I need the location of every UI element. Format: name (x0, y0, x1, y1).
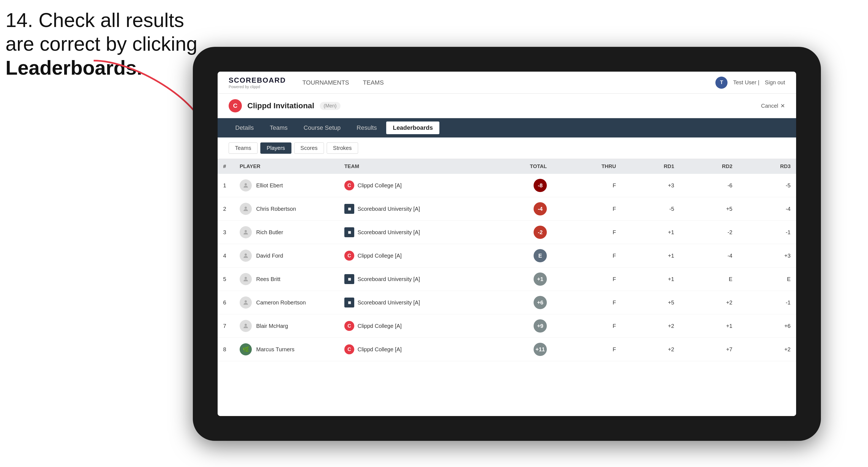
cell-rank: 2 (218, 197, 234, 221)
team-logo: ▦ (344, 298, 354, 308)
cell-rd1: +5 (621, 291, 680, 314)
table-row[interactable]: 3Rich Butler▦Scoreboard University [A]-2… (218, 221, 796, 244)
svg-point-4 (245, 253, 247, 256)
cell-rank: 7 (218, 314, 234, 338)
team-name: Scoreboard University [A] (358, 229, 420, 236)
cell-rd2: +5 (680, 197, 738, 221)
cell-rd2: E (680, 268, 738, 291)
tab-details[interactable]: Details (229, 122, 260, 134)
cell-player: Chris Robertson (234, 197, 339, 221)
svg-point-6 (245, 300, 247, 303)
team-logo: ▦ (344, 204, 354, 214)
table-row[interactable]: 7Blair McHargCClippd College [A]+9F+2+1+… (218, 314, 796, 338)
table-row[interactable]: 1Elliot EbertCClippd College [A]-8F+3-6-… (218, 174, 796, 197)
player-name: Rees Britt (256, 276, 280, 282)
cell-thru: F (552, 291, 621, 314)
tab-leaderboards[interactable]: Leaderboards (386, 122, 440, 134)
score-badge: +6 (534, 296, 547, 309)
team-logo: C (344, 344, 354, 354)
cell-team: ▦Scoreboard University [A] (339, 291, 476, 314)
cell-player: David Ford (234, 244, 339, 268)
cell-team: ▦Scoreboard University [A] (339, 268, 476, 291)
col-header-rd1: RD1 (621, 159, 680, 174)
table-row[interactable]: 2Chris Robertson▦Scoreboard University [… (218, 197, 796, 221)
tournament-name: Clippd Invitational (247, 101, 314, 110)
tournament-badge: (Men) (320, 102, 340, 110)
score-badge: -2 (534, 226, 547, 239)
user-label: Test User | (733, 79, 759, 86)
team-name: Scoreboard University [A] (358, 276, 420, 282)
filter-scores-btn[interactable]: Scores (294, 143, 324, 154)
cell-player: Cameron Robertson (234, 291, 339, 314)
svg-point-3 (245, 230, 247, 232)
cell-team: ▦Scoreboard University [A] (339, 221, 476, 244)
cell-rd1: +2 (621, 338, 680, 361)
cell-team: CClippd College [A] (339, 338, 476, 361)
sub-header: C Clippd Invitational (Men) Cancel ✕ (218, 94, 796, 118)
player-avatar (240, 273, 252, 285)
cell-total: E (476, 244, 552, 267)
nav-links: TOURNAMENTS TEAMS (303, 77, 716, 88)
signout-link[interactable]: Sign out (765, 79, 785, 86)
player-avatar (240, 179, 252, 191)
cell-rd2: -2 (680, 221, 738, 244)
cell-rd1: +1 (621, 221, 680, 244)
tablet-screen: SCOREBOARD Powered by clippd TOURNAMENTS… (218, 72, 796, 416)
table-row[interactable]: 8🌿Marcus TurnersCClippd College [A]+11F+… (218, 338, 796, 361)
player-name: Blair McHarg (256, 323, 288, 329)
team-name: Clippd College [A] (358, 182, 402, 189)
cell-thru: F (552, 244, 621, 268)
team-logo: C (344, 251, 354, 261)
cell-rd1: +1 (621, 268, 680, 291)
cell-rank: 6 (218, 291, 234, 314)
team-logo: ▦ (344, 274, 354, 284)
cell-total: +1 (476, 268, 552, 291)
cell-player: Elliot Ebert (234, 174, 339, 197)
score-badge: +11 (534, 343, 547, 356)
filter-teams-btn[interactable]: Teams (229, 143, 257, 154)
tab-teams[interactable]: Teams (263, 122, 294, 134)
table-row[interactable]: 4David FordCClippd College [A]EF+1-4+3 (218, 244, 796, 268)
col-header-thru: THRU (552, 159, 621, 174)
player-avatar (240, 250, 252, 262)
tab-course-setup[interactable]: Course Setup (297, 122, 347, 134)
team-name: Clippd College [A] (358, 253, 402, 259)
cell-rank: 8 (218, 338, 234, 361)
filter-players-btn[interactable]: Players (260, 143, 291, 154)
team-name: Scoreboard University [A] (358, 206, 420, 212)
svg-point-1 (245, 183, 247, 185)
player-name: Chris Robertson (256, 206, 296, 212)
cell-total: -8 (476, 174, 552, 197)
filter-strokes-btn[interactable]: Strokes (327, 143, 358, 154)
nav-right: T Test User | Sign out (715, 76, 785, 89)
player-name: Rich Butler (256, 229, 283, 236)
cell-rd3: +3 (738, 244, 796, 268)
cell-player: Blair McHarg (234, 314, 339, 338)
table-row[interactable]: 5Rees Britt▦Scoreboard University [A]+1F… (218, 268, 796, 291)
cancel-button[interactable]: Cancel ✕ (761, 102, 785, 109)
cell-rd2: -4 (680, 244, 738, 268)
score-badge: -8 (534, 179, 547, 192)
cell-total: +6 (476, 291, 552, 314)
instruction-text: 14. Check all results are correct by cli… (5, 8, 197, 80)
nav-tournaments[interactable]: TOURNAMENTS (303, 77, 349, 88)
cell-thru: F (552, 268, 621, 291)
table-header-row: # PLAYER TEAM TOTAL THRU RD1 RD2 RD3 (218, 159, 796, 174)
tab-results[interactable]: Results (350, 122, 383, 134)
cell-player: 🌿Marcus Turners (234, 338, 339, 361)
nav-teams[interactable]: TEAMS (363, 77, 384, 88)
tab-bar: Details Teams Course Setup Results Leade… (218, 118, 796, 137)
filter-bar: Teams Players Scores Strokes (218, 137, 796, 159)
score-badge: -4 (534, 202, 547, 215)
cell-thru: F (552, 314, 621, 338)
col-header-rd2: RD2 (680, 159, 738, 174)
team-name: Scoreboard University [A] (358, 300, 420, 306)
cell-thru: F (552, 221, 621, 244)
cell-rd3: +6 (738, 314, 796, 338)
cell-team: ▦Scoreboard University [A] (339, 197, 476, 221)
table-row[interactable]: 6Cameron Robertson▦Scoreboard University… (218, 291, 796, 314)
score-badge: +9 (534, 319, 547, 333)
cell-total: -4 (476, 197, 552, 220)
cell-player: Rees Britt (234, 268, 339, 291)
cell-rd2: +2 (680, 291, 738, 314)
